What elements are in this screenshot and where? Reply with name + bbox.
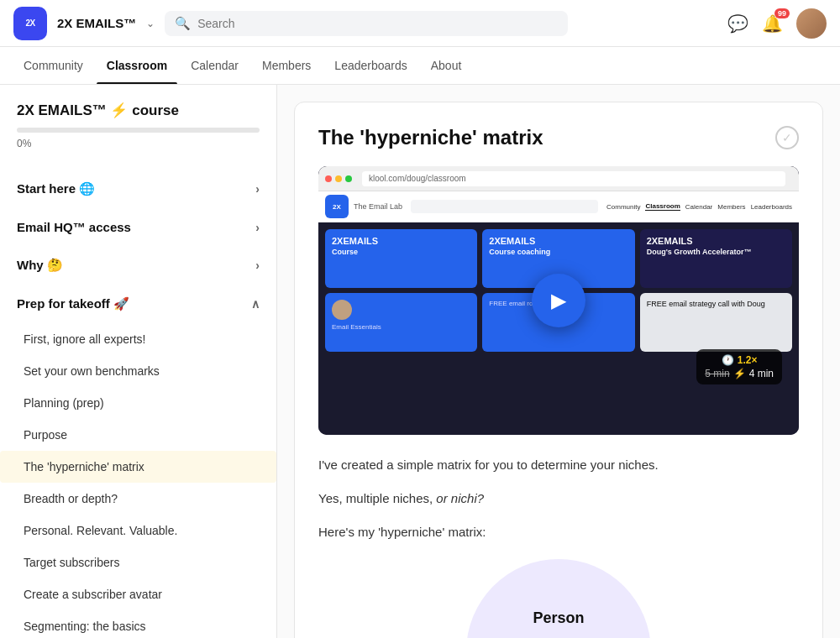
notification-badge: 99: [774, 8, 790, 18]
search-bar[interactable]: 🔍: [165, 11, 568, 36]
section-email-hq-label: Email HQ™ access: [17, 220, 131, 234]
inner-nav-calendar: Calendar: [685, 203, 712, 211]
browser-dot-min: [335, 175, 342, 182]
main-nav: Community Classroom Calendar Members Lea…: [0, 47, 840, 85]
nav-item-leaderboards[interactable]: Leaderboards: [324, 47, 417, 84]
app-logo-text: 2X: [25, 18, 34, 28]
inner-nav-members: Members: [717, 203, 745, 211]
course-card-3: 2XEMAILS Doug's Growth Accelerator™: [640, 229, 792, 288]
main-layout: 2X EMAILS™ ⚡ course 0% Start here 🌐 › Em…: [0, 85, 840, 638]
time-original: 5 min: [705, 368, 729, 379]
video-player[interactable]: klool.com/doug/classroom 2X The Email La…: [318, 166, 799, 435]
lesson-personal[interactable]: Personal. Relevant. Valuable.: [0, 515, 276, 546]
messages-icon: 💬: [727, 14, 748, 33]
nav-item-classroom[interactable]: Classroom: [97, 47, 177, 84]
nav-item-about[interactable]: About: [421, 47, 472, 84]
section-email-hq[interactable]: Email HQ™ access ›: [0, 208, 276, 246]
person-circle: Person: [466, 559, 651, 638]
search-icon: 🔍: [175, 16, 191, 31]
progress-label: 0%: [17, 138, 260, 149]
browser-dot-max: [345, 175, 352, 182]
section-why[interactable]: Why 🤔 ›: [0, 246, 276, 285]
lesson-purpose[interactable]: Purpose: [0, 419, 276, 451]
play-button[interactable]: ▶: [532, 274, 585, 327]
section-prep-takeoff-label: Prep for takeoff 🚀: [17, 296, 129, 311]
lesson-target[interactable]: Target subscribers: [0, 546, 276, 578]
inner-nav-leaderboards: Leaderboards: [751, 203, 792, 211]
app-logo[interactable]: 2X: [13, 7, 47, 40]
person-label: Person: [533, 609, 584, 627]
speed-value: 1.2×: [738, 354, 758, 366]
topbar-actions: 💬 🔔 99: [727, 8, 827, 39]
content-paragraph-1: I've created a simple matrix for you to …: [318, 455, 799, 475]
complete-button[interactable]: ✓: [775, 126, 799, 149]
nav-item-calendar[interactable]: Calendar: [181, 47, 249, 84]
nav-item-community[interactable]: Community: [13, 47, 93, 84]
person-diagram: Person: [318, 559, 799, 638]
content-title: The 'hyperniche' matrix: [318, 126, 543, 149]
app-inner-nav: 2X The Email Lab Community Classroom Cal…: [318, 191, 799, 222]
messages-button[interactable]: 💬: [727, 13, 748, 34]
section-start-here-label: Start here 🌐: [17, 181, 95, 196]
time-adjusted: 4 min: [749, 368, 774, 379]
course-card-6: FREE email strategy call with Doug: [640, 293, 792, 352]
section-prep-takeoff[interactable]: Prep for takeoff 🚀 ∧: [0, 285, 276, 323]
lesson-breadth[interactable]: Breadth or depth?: [0, 483, 276, 515]
lightning-icon: ⚡: [733, 368, 746, 379]
speed-row: 🕐 1.2×: [722, 354, 758, 366]
course-card-4: Email Essentials: [325, 293, 477, 352]
lesson-planning[interactable]: Planning (prep): [0, 387, 276, 419]
lesson-benchmarks[interactable]: Set your own benchmarks: [0, 355, 276, 387]
section-why-label: Why 🤔: [17, 258, 63, 273]
inner-nav-label: The Email Lab: [354, 202, 402, 211]
course-card-1: 2XEMAILS Course: [325, 229, 477, 288]
sidebar-header: 2X EMAILS™ ⚡ course 0%: [0, 85, 276, 170]
lesson-hyperniche[interactable]: The 'hyperniche' matrix: [0, 451, 276, 483]
inner-nav-classroom: Classroom: [645, 202, 680, 211]
lesson-avatar[interactable]: Create a subscriber avatar: [0, 578, 276, 610]
content-paragraph-2: Yes, multiple niches, or nichi?: [318, 489, 799, 509]
inner-logo: 2X: [325, 195, 349, 218]
notifications-button[interactable]: 🔔 99: [762, 13, 783, 34]
lesson-segmenting[interactable]: Segmenting: the basics: [0, 610, 276, 638]
app-chevron-icon[interactable]: ⌄: [146, 18, 155, 29]
inner-search: [411, 200, 598, 213]
user-avatar[interactable]: [796, 8, 827, 39]
check-icon: ✓: [782, 131, 792, 144]
video-screenshot: klool.com/doug/classroom 2X The Email La…: [318, 166, 799, 435]
browser-address-bar: klool.com/doug/classroom: [362, 171, 785, 186]
main-content: The 'hyperniche' matrix ✓ kl: [277, 85, 840, 638]
search-input[interactable]: [197, 17, 558, 30]
content-paragraph-3: Here's my 'hyperniche' matrix:: [318, 522, 799, 542]
video-browser-bar: klool.com/doug/classroom: [318, 166, 799, 191]
topbar: 2X 2X EMAILS™ ⌄ 🔍 💬 🔔 99: [0, 0, 840, 47]
clock-icon: 🕐: [722, 354, 734, 366]
content-card: The 'hyperniche' matrix ✓ kl: [294, 102, 823, 638]
section-start-here[interactable]: Start here 🌐 ›: [0, 170, 276, 208]
section-prep-takeoff-chevron: ∧: [251, 297, 260, 311]
video-inner: klool.com/doug/classroom 2X The Email La…: [318, 166, 799, 435]
nav-item-members[interactable]: Members: [252, 47, 321, 84]
browser-dot-close: [325, 175, 332, 182]
app-title: 2X EMAILS™: [57, 16, 136, 30]
time-row: 5 min ⚡ 4 min: [705, 368, 774, 379]
section-start-here-chevron: ›: [255, 182, 260, 196]
speed-badge: 🕐 1.2× 5 min ⚡ 4 min: [696, 349, 782, 384]
course-title: 2X EMAILS™ ⚡ course: [17, 102, 260, 119]
section-email-hq-chevron: ›: [255, 221, 260, 234]
progress-bar-wrap: [17, 128, 260, 133]
content-title-row: The 'hyperniche' matrix ✓: [318, 126, 799, 149]
inner-nav-community: Community: [606, 203, 640, 211]
section-why-chevron: ›: [255, 259, 260, 272]
sidebar: 2X EMAILS™ ⚡ course 0% Start here 🌐 › Em…: [0, 85, 277, 638]
lesson-ignore-experts[interactable]: First, ignore all experts!: [0, 323, 276, 355]
